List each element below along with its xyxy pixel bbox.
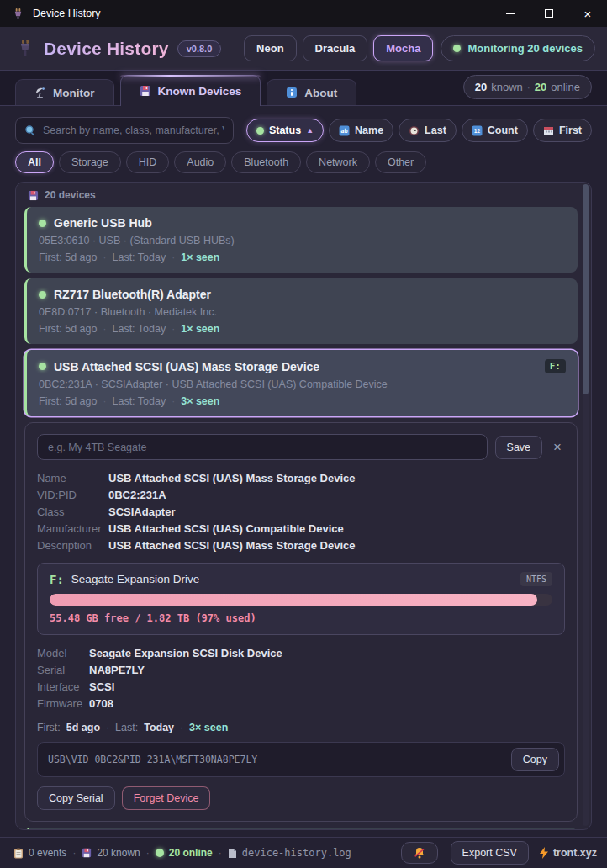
mute-notifications-button[interactable] [401, 842, 438, 864]
sort-last-button[interactable]: Last [399, 119, 457, 142]
filter-hid[interactable]: HID [126, 151, 170, 173]
separator: · [103, 395, 106, 407]
first-label: First: [37, 722, 61, 733]
seen-count: 1× seen [181, 323, 219, 335]
last-seen: Last: Today [112, 395, 166, 407]
separator: · [103, 323, 106, 335]
tab-monitor[interactable]: Monitor [15, 79, 114, 105]
hardware-info-grid: ModelSeagate Expansion SCSI Disk Device … [37, 645, 565, 712]
device-meta: 05E3:0610 · USB · (Standard USB HUBs) [39, 235, 566, 246]
filter-other[interactable]: Other [375, 151, 426, 173]
close-button[interactable]: × [568, 0, 607, 27]
device-info-grid: NameUSB Attached SCSI (UAS) Mass Storage… [37, 470, 565, 554]
filter-storage[interactable]: Storage [59, 151, 121, 173]
sort-first-label: First [559, 124, 582, 136]
last-seen: Last: Today [112, 251, 166, 263]
device-meta: 0BC2:231A · SCSIAdapter · USB Attached S… [39, 378, 566, 390]
device-detail-panel: Save × NameUSB Attached SCSI (UAS) Mass … [24, 422, 578, 822]
separator: · [172, 395, 175, 407]
category-filters: All Storage HID Audio Bluetooth Network … [15, 151, 592, 173]
tab-about[interactable]: About [267, 79, 356, 105]
device-seen-row: First: 5d ago · Last: Today · 3× seen [39, 395, 566, 407]
theme-button-dracula[interactable]: Dracula [303, 35, 368, 61]
filter-bluetooth[interactable]: Bluetooth [231, 151, 301, 173]
search-input[interactable] [43, 124, 224, 136]
log-file-name: device-history.log [242, 847, 351, 859]
separator: · [146, 847, 150, 859]
minimize-button[interactable] [491, 0, 530, 27]
first-seen: First: 5d ago [39, 395, 97, 407]
bell-slash-icon [413, 846, 426, 860]
filter-audio[interactable]: Audio [174, 151, 226, 173]
last-label: Last: [115, 722, 138, 733]
field-label: Serial [37, 662, 89, 679]
status-dot-icon [256, 127, 264, 135]
online-dot-icon [453, 45, 461, 52]
last-value: Today [144, 722, 174, 733]
separator: · [172, 251, 175, 263]
lightning-icon [540, 847, 548, 859]
save-button[interactable]: Save [495, 436, 543, 459]
counts-separator: · [527, 82, 530, 93]
device-list-header: 20 devices [24, 183, 578, 207]
log-file-status: device-history.log [228, 847, 351, 859]
field-label: Manufacturer [37, 521, 108, 537]
floppy-icon [140, 85, 151, 97]
main-content: Status ▲ ab Name Last 12 [0, 106, 607, 837]
field-label: Firmware [37, 696, 89, 712]
device-title: Generic USB Hub [54, 216, 566, 230]
sort-buttons: Status ▲ ab Name Last 12 [246, 119, 592, 142]
sort-first-button[interactable]: First [533, 119, 592, 142]
separator: · [106, 722, 109, 733]
floppy-icon [28, 190, 39, 201]
sort-status-button[interactable]: Status ▲ [246, 119, 324, 142]
maximize-button[interactable] [530, 0, 568, 27]
online-status: 20 online [156, 847, 213, 859]
field-label: Description [37, 537, 108, 554]
seen-count: 3× seen [189, 722, 228, 733]
sort-ascending-icon: ▲ [306, 126, 314, 135]
copy-path-button[interactable]: Copy [511, 748, 559, 771]
theme-button-neon[interactable]: Neon [244, 35, 297, 61]
tab-known-devices[interactable]: Known Devices [120, 75, 261, 106]
tab-bar: Monitor Known Devices About 20 known · 2… [0, 71, 607, 106]
copy-serial-button[interactable]: Copy Serial [37, 786, 115, 810]
device-card-generic-usb-hub[interactable]: Generic USB Hub 05E3:0610 · USB · (Stand… [24, 207, 578, 273]
next-device-card-partial[interactable] [24, 828, 578, 830]
device-path-box: USB\VID_0BC2&PID_231A\MSFT30NA8PE7LY Cop… [37, 742, 565, 777]
version-badge: v0.8.0 [177, 40, 222, 57]
nickname-input[interactable] [37, 434, 488, 460]
online-dot-icon [156, 849, 164, 857]
known-count-label: known [491, 81, 523, 93]
online-count: 20 online [169, 847, 213, 859]
floppy-icon [82, 848, 92, 858]
filter-network[interactable]: Network [306, 151, 370, 173]
sort-count-label: Count [488, 124, 518, 136]
scrollbar-thumb[interactable] [583, 184, 589, 394]
numbers-icon: 12 [472, 125, 483, 136]
events-status: 0 events [13, 847, 66, 859]
separator: · [72, 847, 76, 859]
site-link[interactable]: tront.xyz [540, 847, 597, 859]
forget-device-button[interactable]: Forget Device [122, 786, 211, 810]
sort-status-label: Status [269, 124, 301, 136]
monitoring-label: Monitoring 20 devices [467, 42, 583, 55]
known-count: 20 known [97, 847, 140, 859]
calendar-icon [543, 125, 554, 136]
filter-all[interactable]: All [15, 151, 54, 173]
field-value: 0BC2:231A [108, 487, 166, 504]
close-detail-icon[interactable]: × [550, 439, 565, 456]
svg-text:12: 12 [473, 128, 480, 135]
drive-name: Seagate Expansion Drive [71, 573, 513, 585]
theme-button-mocha[interactable]: Mocha [373, 35, 433, 61]
drive-usage-fill [50, 594, 537, 606]
search-box [15, 117, 234, 144]
sort-count-button[interactable]: 12 Count [462, 119, 528, 142]
drive-letter-badge: F: [545, 359, 566, 373]
export-csv-button[interactable]: Export CSV [451, 841, 529, 865]
sort-name-button[interactable]: ab Name [329, 119, 393, 142]
device-card-bluetooth-adapter[interactable]: RZ717 Bluetooth(R) Adapter 0E8D:0717 · B… [24, 278, 578, 344]
device-card-uas-mass-storage[interactable]: USB Attached SCSI (UAS) Mass Storage Dev… [24, 350, 578, 416]
titlebar: Device History × [0, 0, 607, 27]
last-seen: Last: Today [112, 323, 166, 335]
